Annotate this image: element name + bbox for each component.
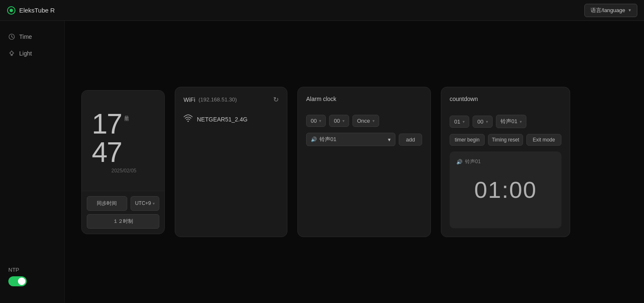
time-digits: 17 47: [92, 109, 122, 166]
wifi-ip: (192.168.51.30): [199, 96, 237, 103]
speaker-icon: 🔊: [311, 136, 317, 142]
countdown-card: countdown 01 ▾ 00 ▾ 铃声01 ▾ timer begin T…: [441, 87, 570, 237]
timing-reset-button[interactable]: Timing reset: [488, 134, 523, 146]
svg-line-4: [12, 37, 13, 38]
sidebar-item-light[interactable]: Light: [0, 46, 64, 61]
ntp-label: NTP: [8, 267, 56, 273]
toggle-knob: [18, 278, 25, 285]
alarm-repeat-value: Once: [357, 118, 370, 124]
alarm-card: Alarm clock 00 ▾ 00 ▾ Once ▾ 🔊: [297, 87, 431, 237]
alarm-minute-chevron-icon: ▾: [342, 119, 345, 123]
alarm-sound-chevron-icon: ▾: [388, 136, 391, 143]
countdown-display-box: 🔊 铃声01 01:00: [450, 152, 561, 228]
alarm-repeat-chevron-icon: ▾: [372, 119, 375, 123]
utc-selector-button[interactable]: UTC+9 ▾: [131, 196, 159, 211]
alarm-minute-select[interactable]: 00 ▾: [329, 115, 349, 127]
app-title: EleksTube R: [19, 7, 55, 14]
time-date: 2025/02/05: [92, 168, 156, 174]
topbar: EleksTube R 语言/language ▾: [0, 0, 644, 21]
wifi-card-header: WiFi (192.168.51.30) ↻: [184, 96, 279, 104]
language-label: 语言/language: [591, 7, 625, 14]
sidebar-time-label: Time: [19, 33, 32, 40]
svg-point-11: [188, 121, 189, 122]
alarm-card-header: Alarm clock: [306, 96, 422, 102]
wifi-card: WiFi (192.168.51.30) ↻ NETGEAR51_2.4G: [175, 87, 287, 237]
light-icon: [8, 50, 15, 57]
language-chevron-icon: ▾: [629, 8, 631, 13]
sidebar: Time Light NTP: [0, 21, 65, 303]
time-side: 星期三: [123, 112, 130, 114]
wifi-network-name: NETGEAR51_2.4G: [197, 116, 247, 123]
alarm-sound-select[interactable]: 🔊 铃声01 ▾: [306, 133, 395, 146]
alarm-title: Alarm clock: [306, 96, 336, 102]
alarm-repeat-select[interactable]: Once ▾: [352, 115, 379, 127]
countdown-hour-value: 01: [454, 119, 460, 125]
main-layout: Time Light NTP: [0, 21, 644, 303]
timer-begin-button[interactable]: timer begin: [450, 134, 485, 146]
alarm-sound-value: 铃声01: [319, 136, 336, 143]
sync-time-button[interactable]: 同步时间: [87, 196, 127, 211]
countdown-hour-select[interactable]: 01 ▾: [450, 116, 469, 128]
time-display-area: 17 47 星期三 2025/02/05: [82, 91, 164, 191]
alarm-hour-chevron-icon: ▾: [319, 119, 321, 123]
countdown-sound-value: 铃声01: [501, 118, 517, 125]
time-card-controls: 同步时间 UTC+9 ▾ １２时制: [82, 191, 164, 234]
content-area: 17 47 星期三 2025/02/05 同步时间 UTC+9 ▾: [65, 21, 644, 303]
countdown-card-header: countdown: [450, 96, 561, 102]
countdown-hour-chevron-icon: ▾: [463, 119, 465, 124]
alarm-sound-row: 🔊 铃声01 ▾ add: [306, 133, 422, 146]
countdown-title: countdown: [450, 96, 478, 102]
time-hour: 17: [92, 109, 122, 138]
sidebar-light-label: Light: [19, 50, 32, 57]
wifi-title-group: WiFi (192.168.51.30): [184, 96, 237, 103]
alarm-time-row: 00 ▾ 00 ▾ Once ▾: [306, 115, 422, 127]
day-of-week-label: 星期三: [123, 112, 130, 114]
time-card: 17 47 星期三 2025/02/05 同步时间 UTC+9 ▾: [81, 90, 165, 234]
time-display: 17 47 星期三: [92, 109, 156, 166]
time-format-button[interactable]: １２时制: [87, 214, 159, 229]
countdown-display-speaker-icon: 🔊: [456, 159, 463, 165]
time-minute: 47: [92, 138, 122, 166]
wifi-title: WiFi: [184, 96, 195, 103]
countdown-display-sound-name: 铃声01: [465, 158, 480, 165]
alarm-minute-value: 00: [334, 118, 340, 124]
refresh-icon[interactable]: ↻: [273, 96, 279, 104]
svg-point-1: [10, 9, 13, 12]
utc-label: UTC+9: [135, 200, 151, 206]
countdown-time-display: 01:00: [456, 176, 555, 203]
time-controls-row: 同步时间 UTC+9 ▾: [87, 196, 159, 211]
alarm-add-button[interactable]: add: [399, 134, 422, 146]
language-button[interactable]: 语言/language ▾: [584, 4, 637, 17]
alarm-hour-value: 00: [311, 118, 317, 124]
countdown-minute-chevron-icon: ▾: [486, 119, 488, 124]
clock-icon: [8, 33, 15, 40]
countdown-btn-row: timer begin Timing reset Exit mode: [450, 134, 561, 146]
ntp-toggle[interactable]: [8, 276, 27, 286]
countdown-sound-select[interactable]: 铃声01 ▾: [496, 115, 526, 128]
sidebar-bottom: NTP: [0, 258, 64, 295]
app-logo: EleksTube R: [7, 6, 55, 15]
countdown-minute-value: 00: [477, 119, 483, 125]
elekstube-icon: [7, 6, 16, 15]
utc-chevron-icon: ▾: [153, 201, 155, 206]
alarm-hour-select[interactable]: 00 ▾: [306, 115, 326, 127]
exit-mode-button[interactable]: Exit mode: [526, 134, 561, 146]
wifi-network-item: NETGEAR51_2.4G: [184, 110, 279, 128]
svg-point-5: [10, 52, 13, 55]
countdown-controls-row: 01 ▾ 00 ▾ 铃声01 ▾: [450, 115, 561, 128]
countdown-minute-select[interactable]: 00 ▾: [473, 116, 492, 128]
wifi-signal-icon: [184, 114, 193, 124]
sidebar-item-time[interactable]: Time: [0, 29, 64, 44]
countdown-display-sound: 🔊 铃声01: [456, 158, 555, 165]
countdown-sound-chevron-icon: ▾: [520, 119, 522, 124]
